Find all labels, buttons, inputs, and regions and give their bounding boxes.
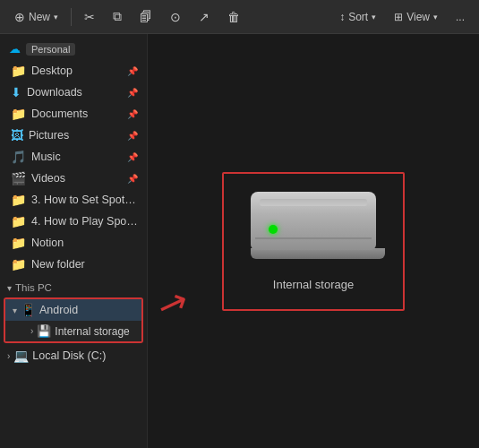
sidebar-item-folder2[interactable]: 📁 4. How to Play Spotif...	[0, 211, 147, 232]
sidebar-item-android[interactable]: ▾ 📱 Android	[5, 299, 141, 321]
pin-icon-pic: 📌	[127, 131, 138, 141]
sidebar-item-music[interactable]: 🎵 Music 📌	[0, 146, 147, 168]
pin-icon-doc: 📌	[127, 109, 138, 119]
pictures-label: Pictures	[29, 129, 122, 142]
storage-highlight-box: Internal storage	[222, 172, 405, 311]
view-button[interactable]: ⊞ View ▾	[387, 7, 445, 27]
view-label: View	[406, 11, 430, 23]
toolbar-separator	[71, 8, 72, 26]
new-folder-label: New folder	[31, 258, 138, 271]
sidebar-item-notion[interactable]: 📁 Notion	[0, 232, 147, 254]
folder1-label: 3. How to Set Spotify as	[31, 194, 138, 206]
music-icon: 🎵	[11, 150, 26, 164]
main-layout: ☁ Personal 📁 Desktop 📌 ⬇ Downloads 📌 📁 D…	[0, 34, 479, 448]
local-disk-icon: 💻	[13, 349, 29, 363]
downloads-label: Downloads	[27, 86, 122, 99]
new-label: New	[29, 11, 50, 23]
drive-visual	[251, 192, 376, 263]
android-chevron: ▾	[13, 306, 17, 315]
desktop-icon: 📁	[11, 64, 26, 78]
folder2-icon: 📁	[11, 214, 26, 228]
toolbar: ⊕ New ▾ ✂ ⧉ 🗐 ⊙ ↗ 🗑 ↕ Sort ▾ ⊞ View ▾ ..…	[0, 0, 479, 34]
sidebar-item-desktop[interactable]: 📁 Desktop 📌	[0, 60, 147, 82]
sidebar-item-downloads[interactable]: ⬇ Downloads 📌	[0, 82, 147, 103]
sidebar: ☁ Personal 📁 Desktop 📌 ⬇ Downloads 📌 📁 D…	[0, 34, 148, 448]
videos-label: Videos	[31, 172, 122, 185]
copy-button[interactable]: ⧉	[106, 5, 129, 28]
desktop-label: Desktop	[31, 65, 122, 77]
sidebar-item-documents[interactable]: 📁 Documents 📌	[0, 103, 147, 125]
sidebar-item-folder1[interactable]: 📁 3. How to Set Spotify as	[0, 189, 147, 211]
drive-body	[251, 192, 376, 250]
this-pc-chevron: ▾	[7, 283, 12, 293]
android-label: Android	[39, 304, 133, 316]
documents-label: Documents	[31, 108, 122, 120]
sidebar-item-pictures[interactable]: 🖼 Pictures 📌	[0, 125, 147, 146]
android-section-highlight: ▾ 📱 Android › 💾 Internal storage	[4, 297, 143, 343]
sidebar-item-videos[interactable]: 🎬 Videos 📌	[0, 168, 147, 189]
android-icon: 📱	[21, 303, 36, 317]
storage-label: Internal storage	[273, 278, 354, 291]
this-pc-label: This PC	[15, 282, 52, 293]
paste-button[interactable]: 🗐	[133, 6, 159, 28]
more-label: ...	[456, 11, 465, 23]
notion-icon: 📁	[11, 236, 26, 250]
pin-icon-dl: 📌	[127, 88, 138, 98]
pin-icon-music: 📌	[127, 152, 138, 162]
sort-button[interactable]: ↕ Sort ▾	[332, 7, 383, 27]
internal-storage-icon: 💾	[37, 324, 51, 338]
content-area: Internal storage ↙	[148, 34, 479, 448]
new-icon: ⊕	[14, 10, 25, 24]
local-disk-label: Local Disk (C:)	[32, 349, 138, 362]
this-pc-section[interactable]: ▾ This PC	[0, 275, 147, 296]
sidebar-item-new-folder[interactable]: 📁 New folder	[0, 254, 147, 275]
rename-button[interactable]: ⊙	[163, 6, 188, 28]
pictures-icon: 🖼	[11, 128, 23, 142]
cut-button[interactable]: ✂	[77, 6, 102, 28]
sidebar-item-local-disk[interactable]: › 💻 Local Disk (C:)	[0, 345, 147, 366]
share-button[interactable]: ↗	[192, 6, 217, 28]
notion-label: Notion	[31, 237, 138, 249]
local-disk-chevron: ›	[7, 351, 10, 361]
pin-icon-vid: 📌	[127, 174, 138, 184]
sidebar-item-internal-storage[interactable]: › 💾 Internal storage	[5, 321, 141, 341]
downloads-icon: ⬇	[11, 85, 21, 99]
documents-icon: 📁	[11, 107, 26, 121]
more-button[interactable]: ...	[449, 7, 472, 27]
arrow-indicator: ↙	[150, 281, 193, 331]
cloud-account-label: Personal	[26, 43, 75, 56]
delete-button[interactable]: 🗑	[220, 6, 247, 28]
new-button[interactable]: ⊕ New ▾	[7, 6, 65, 28]
new-folder-icon: 📁	[11, 257, 26, 271]
internal-storage-label: Internal storage	[55, 325, 129, 338]
cloud-header: ☁ Personal	[0, 38, 147, 60]
internal-storage-chevron: ›	[30, 326, 33, 336]
folder1-icon: 📁	[11, 193, 26, 207]
videos-icon: 🎬	[11, 171, 26, 185]
sort-label: Sort	[348, 11, 368, 23]
drive-led	[269, 225, 278, 234]
music-label: Music	[31, 151, 122, 163]
cloud-icon: ☁	[9, 42, 21, 56]
folder2-label: 4. How to Play Spotif...	[31, 215, 138, 228]
pin-icon: 📌	[127, 66, 138, 76]
